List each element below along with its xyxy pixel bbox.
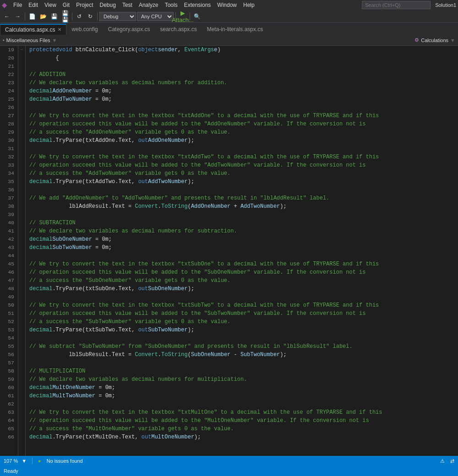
line-number: 51 [2,309,16,318]
code-line [29,103,458,112]
tab-webconfig[interactable]: web.config [66,24,103,35]
tab-category[interactable]: Category.aspx.cs [103,24,155,35]
code-line [29,359,458,367]
code-line: // We try to convert the text in the tex… [29,153,458,161]
status-warnings: ⚠ [440,458,445,464]
tab-meta[interactable]: Meta-in-literals.aspx.cs [202,24,268,35]
menu-extensions[interactable]: Extensions [181,1,214,9]
line-number: 34 [2,169,16,178]
toolbar-start[interactable]: ▶ Attach... [178,11,188,22]
toolbar-search[interactable]: 🔍 [192,11,202,22]
toolbar-config-dropdown[interactable]: Debug [99,12,136,21]
code-line: // operation succeed this value will be … [29,309,458,318]
collapse-btn [18,326,25,334]
ready-label: Ready [4,468,18,474]
collapse-btn [18,79,25,87]
line-number: 24 [2,87,16,95]
menu-bar: ◆ File Edit View Git Project Debug Test … [0,0,458,10]
code-line [29,186,458,194]
line-number: 57 [2,359,16,367]
collapse-btn [18,211,25,219]
line-number: 29 [2,128,16,136]
toolbar: ← → 📄 📂 💾 💾💾 ↺ ↻ Debug Any CPU ▶ Attach.… [0,10,458,23]
collapse-btn [18,243,25,252]
tab-meta-label: Meta-in-literals.aspx.cs [207,26,263,32]
code-line: // We try to convert the text in the tex… [29,112,458,120]
code-line: // We try to convert the text in the tex… [29,301,458,309]
toolbar-redo[interactable]: ↻ [85,11,95,22]
status-left: 107 % ▼ [4,458,27,464]
menu-help[interactable]: Help [240,1,257,9]
line-number: 19 [2,46,16,54]
code-line: decimal MultTwoNumber = 0m; [29,392,458,400]
code-area[interactable]: 1920212223242526272829303132333435363738… [0,46,458,456]
toolbar-save-all[interactable]: 💾💾 [60,11,70,22]
line-number: 62 [2,400,16,408]
line-number: 35 [2,178,16,186]
status-check-icon: ● [38,458,41,464]
collapse-btn [18,334,25,342]
path-bar: ▪ Miscellaneous Files ▼ ⚙ Calculations ▼ [0,35,458,46]
code-line: // We try to convert the text in the tex… [29,408,458,416]
vs-logo: ◆ [2,1,7,9]
collapse-btn [18,235,25,243]
line-number: 58 [2,367,16,375]
toolbar-open[interactable]: 📂 [38,11,48,22]
search-input[interactable] [362,1,431,9]
menu-git[interactable]: Git [60,1,72,9]
path-class: Calculations [421,38,448,43]
collapse-btn [18,178,25,186]
menu-edit[interactable]: Edit [26,1,41,9]
menu-project[interactable]: Project [73,1,96,9]
menu-analyze[interactable]: Analyze [136,1,161,9]
menu-tools[interactable]: Tools [162,1,180,9]
path-right-icon: ⚙ [414,37,419,43]
collapse-btn [18,120,25,128]
toolbar-back[interactable]: ← [2,11,12,22]
code-line: // a success the "SubTwoNumber" variable… [29,318,458,326]
toolbar-sep-2 [72,12,72,21]
path-right-arrow: ▼ [450,38,455,43]
line-number: 28 [2,120,16,128]
line-number: 36 [2,186,16,194]
code-line [29,334,458,342]
toolbar-undo[interactable]: ↺ [74,11,84,22]
tab-calculations[interactable]: Calculations.aspx.cs ✕ [0,24,66,35]
line-number: 64 [2,416,16,425]
collapse-btn [18,301,25,309]
collapse-btn [18,285,25,293]
menu-debug[interactable]: Debug [97,1,119,9]
line-number: 20 [2,54,16,62]
code-content[interactable]: protected void btnCalculate_Click(object… [26,46,458,456]
line-number: 30 [2,136,16,145]
line-number: 37 [2,194,16,202]
toolbar-forward[interactable]: → [13,11,23,22]
collapse-btn [18,169,25,178]
code-line [29,400,458,408]
menu-file[interactable]: File [11,1,25,9]
code-line: // a success the "AddOneNumber" variable… [29,128,458,136]
collapse-btn [18,318,25,326]
collapse-btn [18,367,25,375]
line-number: 53 [2,326,16,334]
toolbar-platform-dropdown[interactable]: Any CPU [137,12,174,21]
line-number: 23 [2,79,16,87]
menu-window[interactable]: Window [214,1,240,9]
tab-webconfig-label: web.config [71,26,98,32]
collapse-btn [18,309,25,318]
menu-view[interactable]: View [42,1,59,9]
code-editor: 1920212223242526272829303132333435363738… [0,46,458,456]
tab-search[interactable]: search.aspx.cs [155,24,202,35]
toolbar-new[interactable]: 📄 [27,11,37,22]
status-right: ⚠ ⇄ [440,458,454,464]
tab-calculations-close[interactable]: ✕ [58,27,61,32]
collapse-btn [18,342,25,351]
solution-label: Solution1 [435,2,456,8]
code-line: // We try to convert the text in the tex… [29,260,458,268]
line-number: 63 [2,408,16,416]
menu-test[interactable]: Test [120,1,135,9]
code-line: // operation succeed this value will be … [29,161,458,169]
line-number: 66 [2,433,16,441]
toolbar-save[interactable]: 💾 [49,11,59,22]
collapse-btn [18,87,25,95]
